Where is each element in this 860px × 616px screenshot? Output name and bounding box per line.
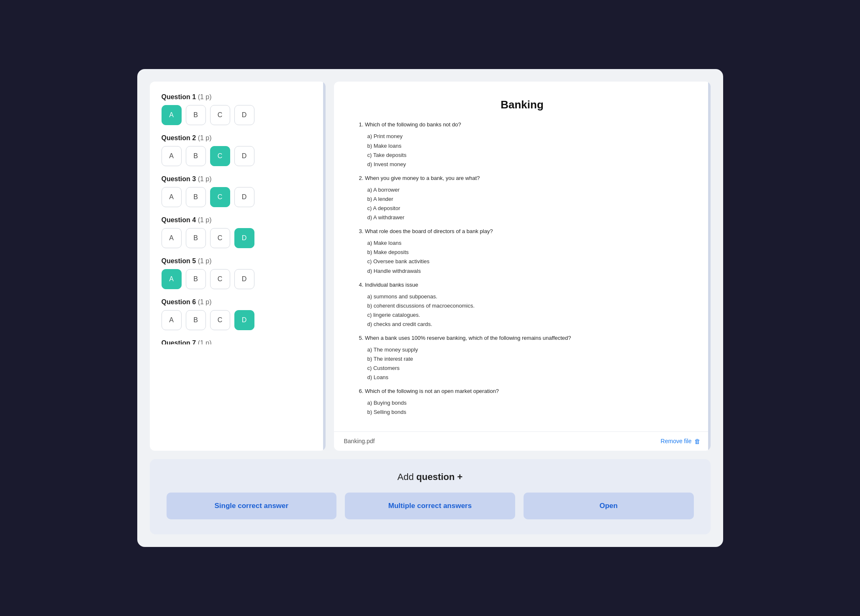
pdf-option: a) Make loans (367, 239, 685, 248)
pdf-option: a) Buying bonds (367, 398, 685, 408)
questions-panel: Question 1 (1 p)ABCDQuestion 2 (1 p)ABCD… (150, 82, 326, 450)
pdf-question: 3. What role does the board of directors… (359, 228, 685, 234)
question-row: Question 2 (1 p)ABCD (162, 134, 310, 166)
pdf-options: a) A borrowerb) A lenderc) A depositord)… (367, 185, 685, 222)
question-row: Question 7 (1 p)ABCD (162, 339, 310, 344)
pdf-option: d) Handle withdrawals (367, 267, 685, 276)
answer-option-btn[interactable]: A (162, 187, 182, 207)
answer-option-btn[interactable]: D (234, 146, 254, 166)
answer-option-btn[interactable]: B (186, 310, 206, 330)
pdf-options: a) Make loansb) Make depositsc) Oversee … (367, 239, 685, 275)
pdf-options: a) Print moneyb) Make loansc) Take depos… (367, 132, 685, 169)
question-row: Question 3 (1 p)ABCD (162, 175, 310, 207)
question-label: Question 5 (1 p) (162, 257, 310, 265)
answer-options: ABCD (162, 310, 310, 330)
pdf-options: a) Buying bondsb) Selling bonds (367, 398, 685, 417)
question-type-buttons: Single correct answerMultiple correct an… (167, 493, 694, 519)
answer-options: ABCD (162, 269, 310, 289)
answer-option-btn[interactable]: D (234, 105, 254, 125)
pdf-option: d) A withdrawer (367, 213, 685, 222)
pdf-option: c) Oversee bank activities (367, 257, 685, 266)
answer-option-btn[interactable]: C (210, 228, 230, 248)
pdf-question: 5. When a bank uses 100% reserve banking… (359, 335, 685, 341)
pdf-panel: Banking1. Which of the following do bank… (334, 82, 711, 450)
trash-icon: 🗑 (694, 438, 701, 445)
question-type-btn-open[interactable]: Open (524, 493, 694, 519)
question-label: Question 7 (1 p) (162, 339, 310, 344)
question-label: Question 4 (1 p) (162, 216, 310, 224)
answer-option-btn[interactable]: A (162, 228, 182, 248)
pdf-question: 2. When you give money to a bank, you ar… (359, 175, 685, 181)
pdf-option: b) The interest rate (367, 354, 685, 364)
pdf-question: 1. Which of the following do banks not d… (359, 121, 685, 128)
answer-option-btn[interactable]: B (186, 146, 206, 166)
pdf-option: b) A lender (367, 195, 685, 204)
add-question-title: Add question + (398, 472, 463, 483)
add-question-section: Add question + Single correct answerMult… (150, 459, 711, 534)
pdf-question: 4. Individual banks issue (359, 282, 685, 288)
pdf-option: b) Make loans (367, 141, 685, 151)
answer-option-btn[interactable]: C (210, 105, 230, 125)
answer-option-btn[interactable]: D (234, 228, 254, 248)
question-row: Question 5 (1 p)ABCD (162, 257, 310, 289)
pdf-option: c) lingerie catalogues. (367, 311, 685, 320)
answer-option-btn[interactable]: B (186, 105, 206, 125)
top-panels: Question 1 (1 p)ABCDQuestion 2 (1 p)ABCD… (150, 82, 711, 450)
question-type-btn-multiple[interactable]: Multiple correct answers (345, 493, 515, 519)
question-row: Question 4 (1 p)ABCD (162, 216, 310, 248)
pdf-option: b) coherent discussions of macroeconomic… (367, 301, 685, 311)
remove-file-button[interactable]: Remove file 🗑 (661, 438, 701, 445)
question-type-btn-single[interactable]: Single correct answer (167, 493, 337, 519)
answer-option-btn[interactable]: A (162, 269, 182, 289)
question-label: Question 6 (1 p) (162, 298, 310, 306)
answer-option-btn[interactable]: B (186, 187, 206, 207)
pdf-options: a) summons and subpoenas.b) coherent dis… (367, 292, 685, 329)
pdf-option: d) checks and credit cards. (367, 320, 685, 329)
answer-option-btn[interactable]: D (234, 310, 254, 330)
pdf-option: a) The money supply (367, 345, 685, 354)
answer-options: ABCD (162, 105, 310, 125)
pdf-option: c) A depositor (367, 204, 685, 213)
answer-option-btn[interactable]: A (162, 105, 182, 125)
pdf-option: b) Make deposits (367, 248, 685, 257)
question-label: Question 3 (1 p) (162, 175, 310, 183)
pdf-filename: Banking.pdf (344, 438, 375, 444)
pdf-option: b) Selling bonds (367, 408, 685, 417)
pdf-option: a) Print money (367, 132, 685, 141)
answer-options: ABCD (162, 187, 310, 207)
questions-scroll: Question 1 (1 p)ABCDQuestion 2 (1 p)ABCD… (162, 93, 314, 344)
pdf-option: c) Customers (367, 364, 685, 373)
question-label: Question 1 (1 p) (162, 93, 310, 101)
pdf-option: d) Loans (367, 373, 685, 382)
pdf-options: a) The money supplyb) The interest ratec… (367, 345, 685, 382)
answer-option-btn[interactable]: C (210, 146, 230, 166)
answer-option-btn[interactable]: D (234, 187, 254, 207)
remove-file-label: Remove file (661, 438, 692, 444)
answer-options: ABCD (162, 228, 310, 248)
pdf-footer: Banking.pdf Remove file 🗑 (334, 431, 711, 451)
answer-options: ABCD (162, 146, 310, 166)
answer-option-btn[interactable]: A (162, 310, 182, 330)
answer-option-btn[interactable]: C (210, 269, 230, 289)
pdf-title: Banking (359, 98, 685, 111)
pdf-option: c) Take deposits (367, 151, 685, 160)
answer-option-btn[interactable]: B (186, 228, 206, 248)
answer-option-btn[interactable]: C (210, 310, 230, 330)
question-label: Question 2 (1 p) (162, 134, 310, 142)
answer-option-btn[interactable]: A (162, 146, 182, 166)
pdf-content-area: Banking1. Which of the following do bank… (334, 82, 711, 431)
answer-option-btn[interactable]: B (186, 269, 206, 289)
pdf-option: a) summons and subpoenas. (367, 292, 685, 301)
question-row: Question 1 (1 p)ABCD (162, 93, 310, 125)
main-container: Question 1 (1 p)ABCDQuestion 2 (1 p)ABCD… (137, 69, 723, 547)
question-row: Question 6 (1 p)ABCD (162, 298, 310, 330)
pdf-option: d) Invest money (367, 160, 685, 169)
answer-option-btn[interactable]: C (210, 187, 230, 207)
answer-option-btn[interactable]: D (234, 269, 254, 289)
pdf-question: 6. Which of the following is not an open… (359, 388, 685, 394)
pdf-option: a) A borrower (367, 185, 685, 195)
